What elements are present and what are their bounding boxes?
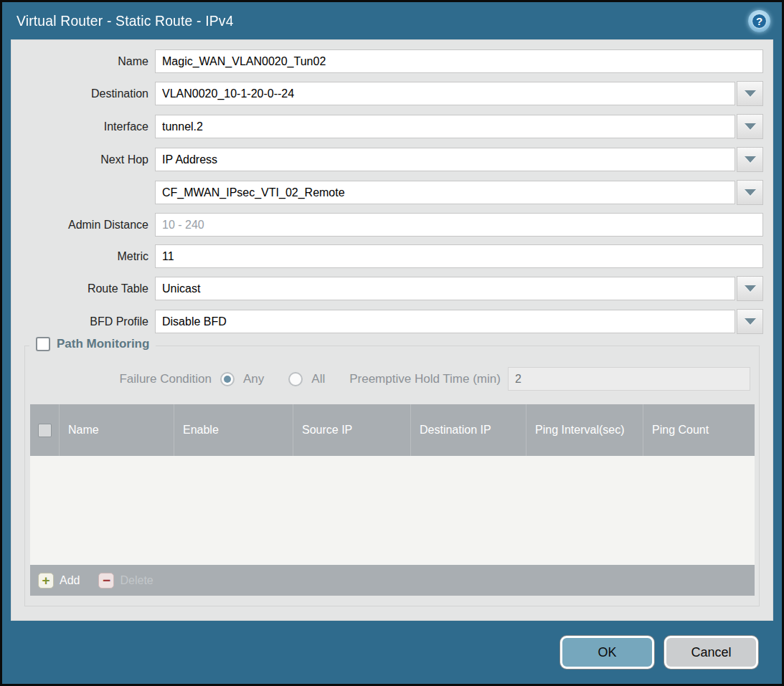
help-icon[interactable]: ? <box>748 10 770 32</box>
path-monitoring-checkbox[interactable] <box>36 337 50 351</box>
chevron-down-icon <box>745 123 756 130</box>
dialog-title: Virtual Router - Static Route - IPv4 <box>16 12 234 29</box>
minus-icon: − <box>98 573 114 589</box>
question-mark-glyph: ? <box>752 14 767 29</box>
chevron-down-icon <box>745 90 756 97</box>
title-bar: Virtual Router - Static Route - IPv4 ? <box>2 2 782 39</box>
bfd-profile-input[interactable] <box>155 310 735 333</box>
dialog-body: Name Destination Interface <box>11 39 773 621</box>
name-row: Name <box>11 49 763 73</box>
delete-button-label: Delete <box>120 574 153 587</box>
add-button-label: Add <box>60 574 80 587</box>
plus-icon: + <box>38 573 54 589</box>
chevron-down-icon <box>745 318 756 325</box>
path-monitoring-title: Path Monitoring <box>57 337 149 351</box>
name-label: Name <box>11 55 155 68</box>
table-toolbar: + Add − Delete <box>30 565 755 596</box>
failure-condition-label: Failure Condition <box>25 372 220 386</box>
column-header-source-ip: Source IP <box>293 404 410 456</box>
admin-distance-row: Admin Distance <box>11 213 763 237</box>
select-all-checkbox[interactable] <box>38 424 52 437</box>
next-hop-address-input[interactable] <box>155 181 735 204</box>
destination-input[interactable] <box>155 82 735 105</box>
next-hop-row: Next Hop <box>11 147 763 172</box>
interface-label: Interface <box>11 120 155 133</box>
route-table-dropdown-button[interactable] <box>737 276 763 301</box>
failure-condition-all-label: All <box>311 372 325 386</box>
failure-condition-row: Failure Condition Any All Preemptive Hol… <box>25 367 759 391</box>
failure-condition-any-label: Any <box>243 372 264 386</box>
admin-distance-input[interactable] <box>155 213 763 237</box>
static-route-dialog: Virtual Router - Static Route - IPv4 ? N… <box>2 2 782 684</box>
failure-condition-any-radio <box>220 372 235 386</box>
column-header-name: Name <box>59 404 174 456</box>
bfd-profile-row: BFD Profile <box>11 309 763 334</box>
add-button[interactable]: + Add <box>38 573 80 589</box>
delete-button: − Delete <box>98 573 153 589</box>
next-hop-address-dropdown-button[interactable] <box>737 180 763 205</box>
interface-row: Interface <box>11 114 763 139</box>
name-input[interactable] <box>155 49 763 73</box>
failure-condition-all-radio <box>288 372 303 386</box>
chevron-down-icon <box>745 156 756 163</box>
metric-row: Metric <box>11 244 763 268</box>
radio-selected-dot <box>224 376 231 383</box>
bfd-profile-dropdown-button[interactable] <box>737 309 763 334</box>
column-header-destination-ip: Destination IP <box>410 404 526 456</box>
dialog-frame: Virtual Router - Static Route - IPv4 ? N… <box>0 0 784 686</box>
metric-input[interactable] <box>155 244 763 268</box>
route-table-input[interactable] <box>155 277 735 300</box>
next-hop-address-row <box>11 180 763 205</box>
route-table-label: Route Table <box>11 282 155 295</box>
column-header-ping-count: Ping Count <box>643 404 755 456</box>
route-table-row: Route Table <box>11 276 763 301</box>
path-monitoring-table: Name Enable Source IP Destination IP Pin… <box>30 404 755 596</box>
path-monitoring-section: Path Monitoring Failure Condition Any Al… <box>24 346 760 606</box>
table-header-row: Name Enable Source IP Destination IP Pin… <box>30 404 755 456</box>
next-hop-type-dropdown-button[interactable] <box>737 147 763 172</box>
chevron-down-icon <box>745 285 756 292</box>
interface-input[interactable] <box>155 115 735 138</box>
next-hop-label: Next Hop <box>11 153 155 166</box>
interface-dropdown-button[interactable] <box>737 114 763 139</box>
column-header-ping-interval: Ping Interval(sec) <box>526 404 643 456</box>
preemptive-hold-time-label: Preemptive Hold Time (min) <box>349 372 508 386</box>
select-all-cell <box>30 404 59 456</box>
cancel-button[interactable]: Cancel <box>664 636 758 669</box>
chevron-down-icon <box>745 189 756 196</box>
bfd-profile-label: BFD Profile <box>11 315 155 328</box>
ok-button[interactable]: OK <box>560 636 654 669</box>
destination-dropdown-button[interactable] <box>737 81 763 106</box>
destination-label: Destination <box>11 87 155 100</box>
column-header-enable: Enable <box>174 404 293 456</box>
metric-label: Metric <box>11 250 155 263</box>
table-body-empty <box>30 456 755 565</box>
preemptive-hold-time-input <box>508 367 750 391</box>
next-hop-type-input[interactable] <box>155 148 735 171</box>
path-monitoring-legend: Path Monitoring <box>29 337 156 351</box>
admin-distance-label: Admin Distance <box>11 219 155 232</box>
destination-row: Destination <box>11 81 763 106</box>
dialog-footer: OK Cancel <box>2 621 782 684</box>
